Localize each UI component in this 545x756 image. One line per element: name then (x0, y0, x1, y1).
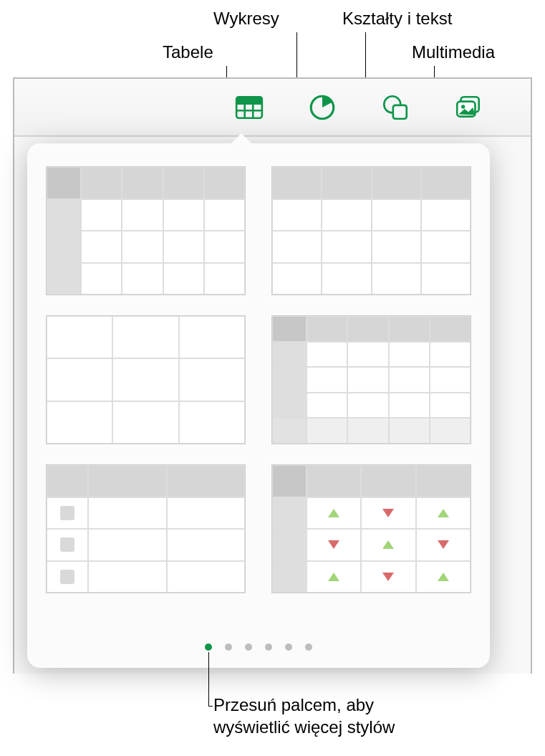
table-style-2[interactable] (271, 166, 471, 295)
table-style-3[interactable] (46, 315, 246, 444)
callout-charts: Wykresy (213, 9, 279, 29)
leader-line (208, 652, 209, 706)
callout-tables: Tabele (163, 42, 213, 62)
page-indicator[interactable] (27, 643, 490, 651)
shapes-button[interactable] (380, 92, 410, 123)
page-dot-1[interactable] (205, 643, 212, 651)
triangle-up-icon (382, 540, 394, 549)
triangle-up-icon (438, 573, 449, 581)
table-style-1[interactable] (46, 166, 246, 295)
media-button[interactable] (453, 92, 483, 123)
page-dot-4[interactable] (265, 643, 272, 651)
triangle-up-icon (328, 509, 339, 517)
page-dot-5[interactable] (285, 643, 292, 651)
triangle-down-icon (382, 509, 394, 517)
leader-line (296, 32, 297, 84)
tables-button[interactable] (234, 92, 264, 123)
media-icon (453, 92, 483, 123)
tables-popover (27, 143, 490, 668)
checkbox-icon (60, 570, 74, 584)
charts-button[interactable] (307, 92, 337, 123)
triangle-down-icon (328, 540, 339, 549)
svg-rect-5 (236, 97, 262, 103)
chart-icon (307, 92, 337, 123)
svg-point-11 (461, 105, 465, 108)
checkbox-icon (60, 537, 74, 552)
triangle-up-icon (438, 509, 449, 517)
callout-swipe: Przesuń palcem, abywyświetlić więcej sty… (213, 694, 395, 738)
table-icon (234, 92, 264, 123)
shapes-icon (380, 92, 410, 123)
leader-line (365, 32, 366, 84)
table-style-5[interactable] (46, 464, 246, 593)
page-dot-3[interactable] (245, 643, 252, 651)
leader-line (208, 706, 213, 707)
table-styles-grid (27, 143, 490, 601)
triangle-down-icon (438, 540, 449, 549)
svg-rect-8 (392, 105, 406, 118)
table-style-4[interactable] (271, 315, 471, 444)
page-dot-6[interactable] (305, 643, 312, 651)
page-dot-2[interactable] (225, 643, 232, 651)
checkbox-icon (60, 506, 74, 520)
toolbar (14, 79, 531, 136)
callout-shapes: Kształty i tekst (342, 9, 452, 29)
table-style-6[interactable] (271, 464, 471, 593)
triangle-down-icon (382, 573, 394, 581)
callout-media: Multimedia (412, 42, 495, 62)
popover-arrow (230, 133, 253, 145)
triangle-up-icon (328, 573, 339, 581)
